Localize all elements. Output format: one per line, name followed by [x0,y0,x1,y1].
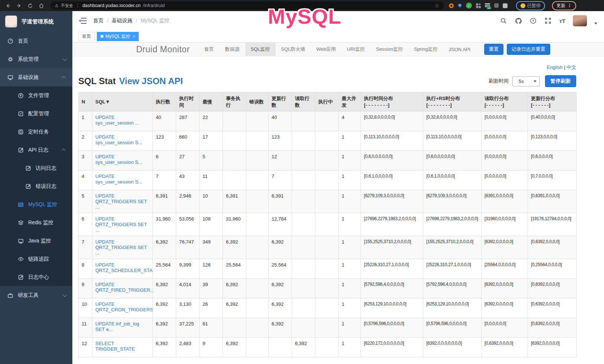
sidebar-item-api-logs[interactable]: API 日志 [0,141,72,159]
column-header-10[interactable]: 最大并发 [339,92,361,112]
cell-slowest: 61 [200,318,223,338]
cell-tx: 6,391 [223,190,246,213]
sql-link[interactable]: UPDATE QRTZ_SCHEDULER_STA... [95,262,153,273]
cell-dist_read: [0,6392,0,0,0,0] [482,338,528,357]
cell-conc: 1 [339,151,361,171]
druid-nav-sql-monitor[interactable]: SQL监控 [245,43,276,56]
sidebar-item-log-center[interactable]: 日志中心 [0,268,72,286]
sql-link[interactable]: UPDATE QRTZ_CRON_TRIGGERS... [95,301,153,312]
sql-link[interactable]: UPDATE QRTZ_TRIGGERS SET ... [95,193,147,210]
sidebar-item-trace[interactable]: 链路追踪 [0,250,72,268]
extension-list-icon[interactable]: on [485,3,490,8]
refresh-label: 刷新时间 [489,78,509,85]
sidebar-item-config-management[interactable]: 配置管理 [0,105,72,123]
address-bar[interactable]: ⚠ 不安全 dashboard.yudao.iocoder.cn /infra/… [50,1,444,10]
column-header-6[interactable]: 错误数 [246,92,269,112]
sql-link[interactable]: SELECT TRIGGER_STATE [95,341,135,352]
druid-nav-spring-monitor[interactable]: Spring监控 [408,43,443,56]
sidebar-item-dev-tools[interactable]: 研发工具 [0,286,72,304]
back-icon[interactable] [3,1,13,10]
fullscreen-icon[interactable] [544,17,552,24]
extension-check-icon[interactable]: ✓ [466,3,472,9]
extensions-puzzle-icon[interactable] [503,3,508,8]
column-header-14[interactable]: 更新行分布[- - - - - -] [528,92,577,112]
column-header-1[interactable]: SQL▼ [92,92,153,112]
druid-nav-home[interactable]: 首页 [199,43,220,56]
sidebar-item-access-log[interactable]: 访问日志 [0,159,72,177]
sidebar-item-infrastructure[interactable]: 基础设施 [0,68,72,86]
sidebar-item-scheduled-tasks[interactable]: 定时任务 [0,123,72,141]
pause-refresh-button[interactable]: 暂停刷新 [545,75,576,87]
druid-nav-web-app[interactable]: Web应用 [311,43,342,56]
cell-sql: UPDATE sys_user_session S... [92,151,153,171]
druid-brand[interactable]: Druid Monitor [136,44,190,54]
tab-mysql-monitor[interactable]: MySQL 监控× [97,32,139,41]
sidebar-item-java-monitor[interactable]: Java 监控 [0,232,72,250]
sql-link[interactable]: UPDATE sys_user_session S... [95,154,142,165]
sidebar-item-redis-monitor[interactable]: Redis 监控 [0,214,72,232]
font-size-icon[interactable]: тT [559,18,565,24]
user-menu-caret-icon[interactable] [594,23,597,24]
column-header-5[interactable]: 事务执行 [223,92,246,112]
view-json-api-link[interactable]: View JSON API [119,76,183,86]
sql-link[interactable]: UPDATE sys_user_session S... [95,173,142,185]
column-header-3[interactable]: 执行时间 [176,92,200,112]
extension-misc-icon[interactable] [494,3,499,8]
sql-link[interactable]: UPDATE QRTZ_TRIGGERS SET ... [95,239,147,256]
column-header-7[interactable]: 更新行数 [269,92,292,112]
sidebar-item-error-log[interactable]: 错误日志 [0,177,72,195]
forward-icon[interactable] [14,1,24,10]
cell-err [246,298,269,318]
sql-link[interactable]: UPDATE sys_user_session ... [95,115,139,126]
sql-link[interactable]: UPDATE sys_user_session S... [95,134,142,145]
paused-extension-pill[interactable]: 已暂停 [516,1,545,10]
lang-english-link[interactable]: English [547,64,563,70]
sidebar-item-label: MySQL 监控 [28,201,57,208]
reset-button[interactable]: 重置 [484,44,503,55]
column-header-4[interactable]: 最慢 [200,92,223,112]
chrome-menu-icon[interactable]: ⋮ [567,3,572,8]
sql-link[interactable]: UPDATE QRTZ_TRIGGERS SET ... [95,216,147,233]
lang-chinese-link[interactable]: 中文 [567,64,576,70]
sidebar-item-mysql-monitor[interactable]: MySQL 监控 [0,195,72,214]
help-icon[interactable]: ? [529,17,537,24]
home-icon[interactable] [36,1,46,10]
column-header-8[interactable]: 读取行数 [292,92,315,112]
cell-sql: UPDATE sys_user_session S... [92,171,153,190]
cell-dist_upd: [0,6391,0,0,0,0] [528,190,577,213]
druid-nav-session-monitor[interactable]: Session监控 [370,43,408,56]
hamburger-icon[interactable] [79,18,86,24]
log-and-reset-button[interactable]: 记录日志并重置 [507,44,550,55]
sidebar-item-home[interactable]: 首页 [0,32,72,50]
column-header-9[interactable]: 执行中 [315,92,339,112]
breadcrumb-item-1[interactable]: 基础设施 [112,17,132,24]
close-tab-icon[interactable]: × [133,34,135,39]
sql-link[interactable]: UPDATE QRTZ_FIRED_TRIGGER... [95,282,153,293]
tab-home[interactable]: 首页 [78,32,95,41]
breadcrumb-item-0[interactable]: 首页 [93,17,104,24]
extension-grid-icon[interactable] [476,3,481,8]
druid-nav-sql-firewall[interactable]: SQL防火墙 [276,43,311,56]
github-icon[interactable] [515,17,522,24]
sql-link[interactable]: UPDATE inf_job_log SET e... [95,321,139,332]
druid-nav-datasource[interactable]: 数据源 [220,43,245,56]
column-header-12[interactable]: 执行+RS时分布[- - - - - - - -] [423,92,482,112]
reload-icon[interactable] [25,1,35,10]
column-header-2[interactable]: 执行数 [153,92,176,112]
column-header-0[interactable]: N [79,92,92,112]
user-avatar[interactable] [573,15,587,26]
extension-gem-icon[interactable] [458,4,462,8]
refresh-interval-select[interactable]: 5s [512,76,540,86]
update-label: 更新 [557,3,565,9]
bookmark-star-icon[interactable]: ☆ [434,3,439,9]
extension-orange-ring-icon[interactable] [449,3,454,8]
druid-nav-json-api[interactable]: JSON API [443,43,476,56]
sidebar-item-file-management[interactable]: 文件管理 [0,86,72,105]
column-header-11[interactable]: 执行时间分布[- - - - - - - -] [361,92,423,112]
sidebar-item-system-management[interactable]: 系统管理 [0,50,72,68]
column-header-13[interactable]: 读取行分布[- - - - - -] [482,92,528,112]
sidebar-logo[interactable]: 芋道管理系统 [0,11,72,32]
druid-nav-uri-monitor[interactable]: URI监控 [341,43,370,56]
search-icon[interactable] [500,17,507,24]
chrome-update-button[interactable]: 更新 ⋮ [552,1,576,10]
